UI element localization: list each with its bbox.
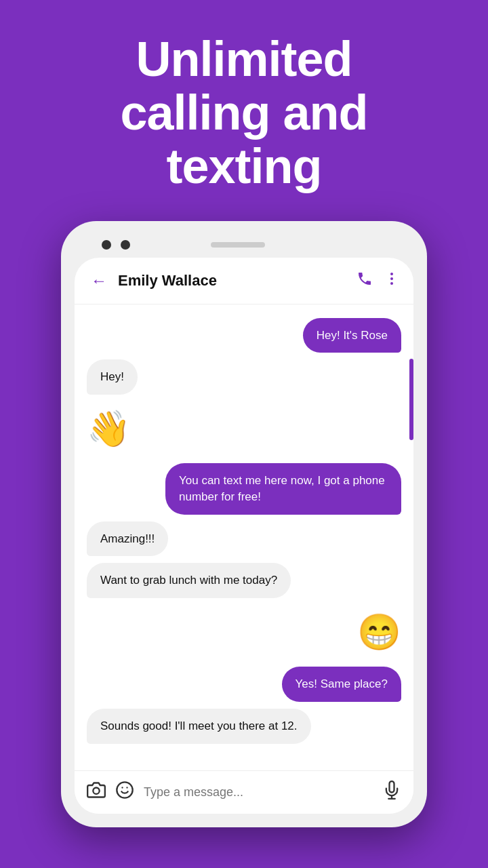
hero-line1: Unlimited [136, 32, 352, 86]
camera-dot-1 [102, 240, 111, 250]
back-button[interactable]: ← [88, 269, 110, 293]
svg-point-3 [93, 787, 99, 793]
message-7: 😁 [357, 605, 401, 660]
message-6: Want to grab lunch with me today? [87, 563, 291, 598]
hero-text: Unlimited calling and texting [79, 0, 408, 221]
hero-line2: calling and [120, 85, 367, 140]
header-icons [357, 271, 400, 291]
message-4: You can text me here now, I got a phone … [165, 463, 401, 515]
phone-speaker [211, 242, 265, 248]
hero-line3: texting [166, 139, 321, 193]
call-button[interactable] [357, 271, 373, 291]
message-5: Amazing!!! [87, 521, 168, 557]
message-2: Hey! [87, 359, 138, 395]
phone-mockup: ← Emily Wallace [61, 221, 427, 827]
phone-screen: ← Emily Wallace [75, 258, 413, 814]
phone-notch [75, 235, 413, 258]
emoji-button[interactable] [115, 781, 134, 804]
message-1: Hey! It's Rose [303, 318, 401, 353]
chat-header: ← Emily Wallace [75, 258, 413, 304]
svg-point-4 [117, 782, 132, 797]
svg-point-0 [390, 273, 393, 275]
message-9: Sounds good! I'll meet you there at 12. [87, 709, 311, 744]
scroll-indicator [409, 359, 413, 440]
message-3: 👋 [87, 401, 131, 456]
camera-dot-2 [121, 240, 130, 250]
contact-name: Emily Wallace [118, 272, 348, 290]
phone-cameras [102, 240, 130, 250]
svg-point-2 [390, 282, 393, 285]
camera-button[interactable] [87, 781, 106, 804]
svg-point-1 [390, 277, 393, 280]
messages-area: Hey! It's Rose Hey! 👋 You can text me he… [75, 304, 413, 770]
message-input[interactable] [144, 785, 373, 800]
more-options-button[interactable] [384, 271, 400, 291]
input-area [75, 770, 413, 814]
mic-button[interactable] [382, 781, 401, 804]
message-8: Yes! Same place? [282, 667, 401, 702]
